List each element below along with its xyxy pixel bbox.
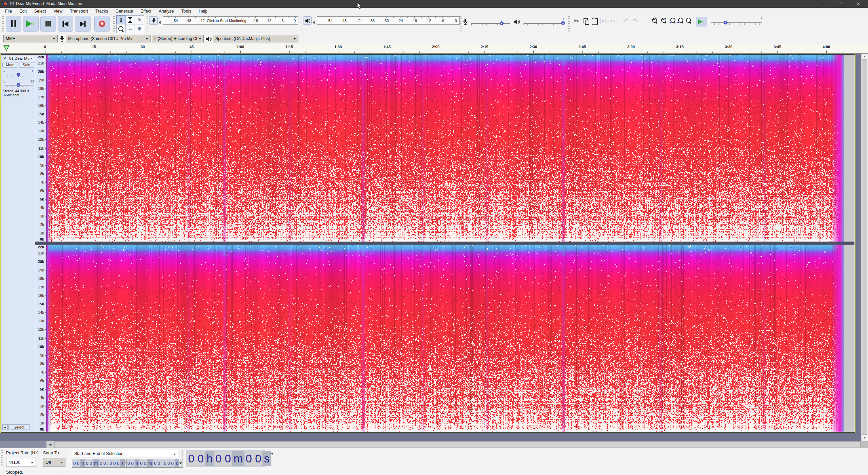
time-digit-group[interactable]: 0 0 . 0 0 0 (153, 459, 175, 467)
playback-meter-speaker-button[interactable] (303, 16, 312, 25)
skip-to-start-button[interactable] (58, 16, 73, 32)
redo-button[interactable]: ↷ (631, 17, 639, 25)
menu-transport[interactable]: Transport (66, 8, 92, 15)
time-digit-group[interactable]: s (262, 451, 271, 466)
time-format-dropdown[interactable] (179, 459, 182, 467)
envelope-tool-button[interactable] (125, 15, 135, 24)
time-digit-group[interactable]: 0 0 (72, 459, 80, 467)
close-button[interactable]: ✕ (850, 0, 866, 8)
time-digit-group[interactable]: 0 0 (139, 459, 147, 467)
menu-help[interactable]: Help (195, 8, 211, 15)
menu-effect[interactable]: Effect (137, 8, 155, 15)
menu-tracks[interactable]: Tracks (92, 8, 112, 15)
vertical-scrollbar-thumb[interactable] (862, 59, 867, 435)
zoom-tool-button[interactable] (116, 24, 126, 33)
trim-audio-button[interactable] (600, 17, 608, 25)
time-shift-tool-button[interactable]: ↔ (125, 24, 135, 33)
time-digit-group[interactable]: h (80, 459, 85, 467)
playback-device-dropdown[interactable]: Speakers (CA DacMagic Plus) (213, 35, 298, 42)
time-digit-group[interactable]: s (175, 459, 179, 467)
toolbar-gripper[interactable] (113, 16, 115, 33)
toolbar-gripper[interactable] (1, 450, 3, 467)
recording-meter-mic-button[interactable] (149, 16, 158, 25)
channel-divider[interactable] (35, 242, 854, 245)
fit-project-button[interactable]: ⇥ (677, 17, 685, 25)
time-digit-group[interactable]: h (135, 459, 139, 467)
time-digit-group[interactable]: 0 0 . 0 0 0 (99, 459, 120, 467)
menu-analyze[interactable]: Analyze (155, 8, 177, 15)
spectrogram-left-channel[interactable] (46, 55, 844, 242)
frequency-scale-right[interactable]: 22k21k20k19k18k17k16k15k14k13k12k11k10k9… (35, 245, 46, 432)
playback-volume-slider[interactable] (524, 23, 564, 24)
spectrogram-right-channel[interactable] (46, 245, 844, 432)
restore-button[interactable]: ❐ (833, 0, 848, 8)
meter-monitor-text[interactable]: Click to Start Monitoring (207, 19, 246, 23)
time-digit-group[interactable]: 0 0 (126, 459, 135, 467)
recording-volume-thumb[interactable] (500, 21, 504, 25)
frequency-scale-left[interactable]: 22k21k20k19k18k17k16k15k14k13k12k11k10k9… (35, 55, 46, 242)
gain-slider-thumb[interactable] (17, 73, 20, 77)
menu-view[interactable]: View (50, 8, 66, 15)
play-at-speed-button[interactable] (696, 17, 707, 26)
audio-position-display[interactable]: 0 0h0 0m0 0s (186, 450, 264, 467)
playback-meter[interactable]: LR -54-48-42-36-30-24-18-12-60 (303, 16, 460, 25)
toolbar-gripper[interactable] (692, 16, 693, 33)
time-digit-group[interactable]: h (205, 451, 214, 466)
track-close-button[interactable]: ✕ (2, 56, 7, 61)
menu-select[interactable]: Select (31, 8, 50, 15)
toolbar-gripper[interactable] (1, 35, 2, 42)
play-speed-slider[interactable] (711, 22, 762, 23)
time-digit-group[interactable]: m (93, 459, 99, 467)
draw-tool-button[interactable]: ✎ (135, 15, 144, 24)
pause-button[interactable] (6, 16, 21, 32)
time-digit-group[interactable]: s (120, 459, 125, 467)
time-digit-group[interactable]: 0 0 (214, 451, 232, 466)
time-digit-group[interactable]: 0 0 (85, 459, 93, 467)
selection-start-field[interactable]: 0 0h0 0m0 0 . 0 0 0s (72, 459, 129, 468)
zoom-out-button[interactable]: − (660, 17, 668, 25)
mute-button[interactable]: Mute (2, 62, 18, 68)
selection-tool-button[interactable]: I (116, 15, 126, 24)
stop-button[interactable] (40, 16, 56, 32)
menu-generate[interactable]: Generate (112, 8, 137, 15)
menu-tools[interactable]: Tools (178, 8, 195, 15)
audio-host-dropdown[interactable]: MME (3, 35, 58, 42)
recording-device-dropdown[interactable]: Microphone (Samson C01U Pro Mic (66, 35, 151, 42)
menu-edit[interactable]: Edit (16, 8, 31, 15)
project-rate-dropdown[interactable]: 44100 (6, 458, 36, 467)
zoom-in-button[interactable]: + (651, 17, 659, 25)
horizontal-scrollbar-thumb[interactable] (54, 441, 861, 448)
playback-volume-thumb[interactable] (561, 21, 565, 25)
paste-button[interactable] (591, 17, 599, 25)
copy-button[interactable] (581, 17, 590, 25)
selection-mode-dropdown[interactable]: Start and End of Selection (72, 450, 178, 457)
recording-volume-slider[interactable] (471, 23, 510, 24)
silence-audio-button[interactable] (609, 17, 617, 25)
collapse-track-button[interactable]: ▲ (2, 424, 8, 430)
play-button[interactable] (23, 16, 39, 32)
track-title-dropdown[interactable]: 01 Dear My (8, 56, 34, 61)
solo-button[interactable]: Solo (19, 62, 34, 68)
cut-button[interactable]: ✂ (572, 17, 580, 25)
vertical-scrollbar[interactable]: ▲ ▼ (861, 54, 868, 441)
skip-to-end-button[interactable] (75, 16, 91, 32)
toolbar-gripper[interactable] (300, 16, 301, 33)
record-button[interactable] (94, 16, 110, 32)
track-select-button[interactable]: Select (8, 424, 29, 430)
time-digit-group[interactable]: 0 0 (187, 451, 205, 466)
toolbar-gripper[interactable] (146, 16, 147, 33)
multi-tool-button[interactable]: ✳ (135, 24, 144, 33)
fit-selection-button[interactable]: ◂▸ (669, 17, 677, 25)
toolbar-gripper[interactable] (2, 16, 4, 33)
timeline-pin-icon[interactable] (3, 45, 10, 52)
scroll-down-arrow[interactable]: ▼ (862, 435, 868, 441)
snap-to-dropdown[interactable]: Off (43, 458, 65, 467)
recording-channels-dropdown[interactable]: 2 (Stereo) Recording Chan (152, 35, 204, 42)
scroll-up-arrow[interactable]: ▲ (862, 54, 868, 59)
time-digit-group[interactable]: m (147, 459, 153, 467)
horizontal-scrollbar[interactable]: ◀ (0, 441, 868, 448)
menu-file[interactable]: File (1, 8, 16, 15)
time-digit-group[interactable]: m (232, 451, 244, 466)
time-digit-group[interactable]: 0 0 (244, 451, 263, 466)
minimize-button[interactable]: — (815, 0, 831, 8)
